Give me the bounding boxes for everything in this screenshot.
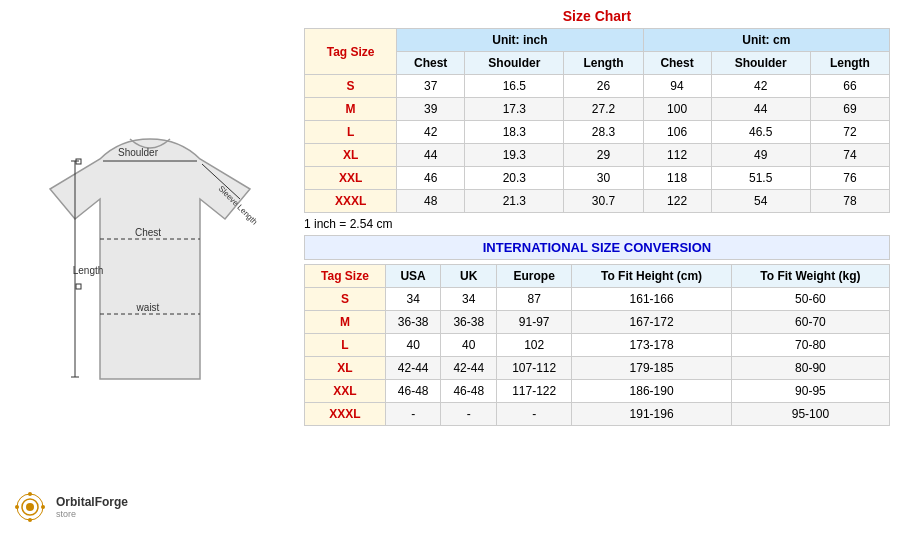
svg-point-16 (26, 503, 34, 511)
europe-cell: 117-122 (497, 380, 572, 403)
length-inch-cell: 29 (564, 144, 643, 167)
length-cm-cell: 78 (810, 190, 889, 213)
length-inch-cell: 30 (564, 167, 643, 190)
usa-cell: 46-48 (385, 380, 441, 403)
chest-cm-cell: 118 (643, 167, 711, 190)
length-inch-header: Length (564, 52, 643, 75)
inch-note: 1 inch = 2.54 cm (304, 217, 890, 231)
chest-inch-cell: 39 (397, 98, 465, 121)
svg-point-19 (28, 492, 32, 496)
svg-point-21 (15, 505, 19, 509)
europe-cell: 91-97 (497, 311, 572, 334)
intl-tag-size-cell: XL (305, 357, 386, 380)
svg-text:Length: Length (73, 265, 104, 276)
right-panel: Size Chart Tag Size Unit: inch Unit: cm … (300, 0, 900, 537)
intl-table-row: S 34 34 87 161-166 50-60 (305, 288, 890, 311)
intl-tag-size-header: Tag Size (305, 265, 386, 288)
shoulder-cm-cell: 54 (711, 190, 810, 213)
intl-table-row: XL 42-44 42-44 107-112 179-185 80-90 (305, 357, 890, 380)
table-row: XXL 46 20.3 30 118 51.5 76 (305, 167, 890, 190)
weight-cell: 50-60 (731, 288, 889, 311)
length-cm-cell: 66 (810, 75, 889, 98)
chest-inch-cell: 46 (397, 167, 465, 190)
tag-size-header: Tag Size (305, 29, 397, 75)
shoulder-inch-cell: 19.3 (465, 144, 564, 167)
weight-cell: 70-80 (731, 334, 889, 357)
height-cell: 179-185 (572, 357, 731, 380)
shoulder-inch-header: Shoulder (465, 52, 564, 75)
height-cell: 186-190 (572, 380, 731, 403)
length-cm-cell: 74 (810, 144, 889, 167)
left-panel: Shoulder Sleeve Length Chest Length wais… (0, 0, 300, 537)
weight-header: To Fit Weight (kg) (731, 265, 889, 288)
tag-size-cell: M (305, 98, 397, 121)
length-cm-cell: 72 (810, 121, 889, 144)
chest-cm-header: Chest (643, 52, 711, 75)
size-chart-table: Tag Size Unit: inch Unit: cm Chest Shoul… (304, 28, 890, 213)
chest-cm-cell: 94 (643, 75, 711, 98)
intl-tag-size-cell: XXL (305, 380, 386, 403)
logo-area: OrbitalForge store (10, 487, 128, 527)
europe-header: Europe (497, 265, 572, 288)
shoulder-inch-cell: 18.3 (465, 121, 564, 144)
uk-cell: 42-44 (441, 357, 497, 380)
shoulder-inch-cell: 21.3 (465, 190, 564, 213)
unit-cm-header: Unit: cm (643, 29, 889, 52)
table-row: XL 44 19.3 29 112 49 74 (305, 144, 890, 167)
svg-point-22 (41, 505, 45, 509)
uk-header: UK (441, 265, 497, 288)
intl-table-row: L 40 40 102 173-178 70-80 (305, 334, 890, 357)
uk-cell: - (441, 403, 497, 426)
tag-size-cell: XXXL (305, 190, 397, 213)
height-header: To Fit Height (cm) (572, 265, 731, 288)
length-cm-cell: 76 (810, 167, 889, 190)
intl-table-row: M 36-38 36-38 91-97 167-172 60-70 (305, 311, 890, 334)
usa-cell: 36-38 (385, 311, 441, 334)
chest-cm-cell: 122 (643, 190, 711, 213)
intl-section-title: INTERNATIONAL SIZE CONVERSION (304, 235, 890, 260)
weight-cell: 80-90 (731, 357, 889, 380)
length-cm-header: Length (810, 52, 889, 75)
length-inch-cell: 27.2 (564, 98, 643, 121)
uk-cell: 36-38 (441, 311, 497, 334)
svg-text:Chest: Chest (135, 227, 161, 238)
table-row: XXXL 48 21.3 30.7 122 54 78 (305, 190, 890, 213)
chest-cm-cell: 100 (643, 98, 711, 121)
tag-size-cell: S (305, 75, 397, 98)
tshirt-diagram: Shoulder Sleeve Length Chest Length wais… (30, 129, 270, 409)
usa-cell: 34 (385, 288, 441, 311)
usa-cell: - (385, 403, 441, 426)
shoulder-inch-cell: 16.5 (465, 75, 564, 98)
length-inch-cell: 26 (564, 75, 643, 98)
chest-inch-cell: 42 (397, 121, 465, 144)
logo-name: OrbitalForge (56, 495, 128, 509)
europe-cell: 107-112 (497, 357, 572, 380)
svg-text:Shoulder: Shoulder (118, 147, 159, 158)
shoulder-cm-cell: 51.5 (711, 167, 810, 190)
europe-cell: - (497, 403, 572, 426)
weight-cell: 60-70 (731, 311, 889, 334)
table-row: M 39 17.3 27.2 100 44 69 (305, 98, 890, 121)
shoulder-cm-header: Shoulder (711, 52, 810, 75)
size-chart-title: Size Chart (304, 8, 890, 24)
chest-inch-cell: 44 (397, 144, 465, 167)
intl-tag-size-cell: L (305, 334, 386, 357)
europe-cell: 87 (497, 288, 572, 311)
chest-cm-cell: 106 (643, 121, 711, 144)
length-inch-cell: 28.3 (564, 121, 643, 144)
svg-point-20 (28, 518, 32, 522)
unit-inch-header: Unit: inch (397, 29, 643, 52)
intl-table-row: XXL 46-48 46-48 117-122 186-190 90-95 (305, 380, 890, 403)
intl-tag-size-cell: XXXL (305, 403, 386, 426)
chest-cm-cell: 112 (643, 144, 711, 167)
height-cell: 167-172 (572, 311, 731, 334)
shoulder-cm-cell: 44 (711, 98, 810, 121)
shoulder-inch-cell: 20.3 (465, 167, 564, 190)
chest-inch-cell: 37 (397, 75, 465, 98)
table-row: S 37 16.5 26 94 42 66 (305, 75, 890, 98)
usa-header: USA (385, 265, 441, 288)
uk-cell: 40 (441, 334, 497, 357)
shoulder-cm-cell: 49 (711, 144, 810, 167)
tag-size-cell: XL (305, 144, 397, 167)
svg-rect-12 (76, 284, 81, 289)
